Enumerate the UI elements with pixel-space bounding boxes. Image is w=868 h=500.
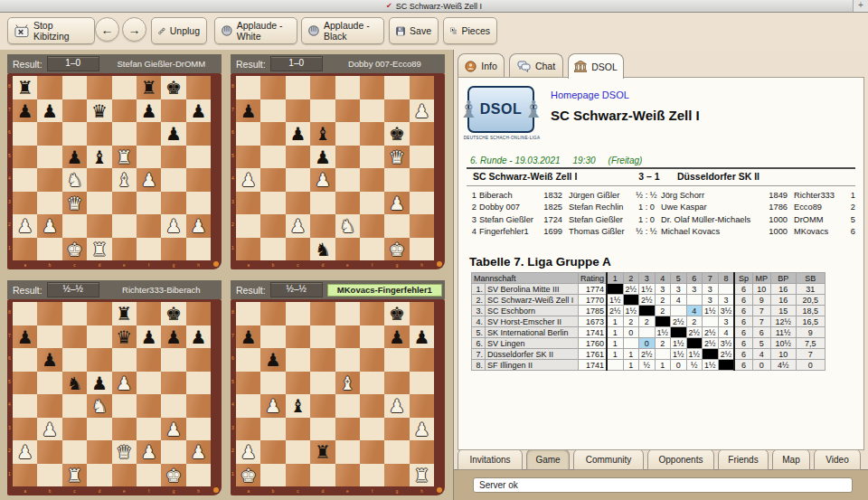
board-square-f3[interactable]: [360, 192, 384, 215]
board-square-h3[interactable]: [410, 192, 434, 215]
board-square-d2[interactable]: [87, 440, 111, 464]
chess-piece-bQ[interactable]: ♛: [87, 99, 111, 123]
chess-piece-wP[interactable]: ♟: [161, 214, 185, 238]
board-square-d3[interactable]: [310, 418, 335, 441]
board-square-d6[interactable]: [87, 122, 111, 146]
save-button[interactable]: Save: [389, 17, 439, 44]
board-square-e2[interactable]: [112, 214, 137, 238]
chess-piece-bK[interactable]: ♚: [161, 302, 185, 325]
chess-piece-bP[interactable]: ♟: [410, 325, 434, 349]
board-square-d3[interactable]: [87, 418, 111, 441]
board-square-a1[interactable]: [236, 238, 260, 261]
chess-piece-wN[interactable]: ♞: [335, 214, 360, 238]
chess-piece-bR[interactable]: ♜: [137, 76, 161, 99]
board-square-e4[interactable]: [335, 394, 360, 418]
chess-piece-wB[interactable]: ♝: [335, 372, 360, 395]
chess-piece-wP[interactable]: ♟: [384, 192, 409, 215]
board-square-g7[interactable]: [161, 99, 185, 123]
bottom-tab-game[interactable]: Game: [526, 448, 570, 470]
board-square-a1[interactable]: [13, 238, 37, 261]
back-button[interactable]: ←: [95, 17, 119, 42]
board-square-h5[interactable]: [410, 372, 434, 395]
board-square-g6[interactable]: [161, 348, 185, 372]
chess-piece-bP[interactable]: ♟: [186, 99, 211, 123]
chess-piece-wP[interactable]: ♟: [161, 418, 185, 441]
board-square-a8[interactable]: [236, 76, 260, 99]
chess-piece-wP[interactable]: ♟: [186, 440, 211, 464]
board-square-b5[interactable]: [37, 372, 61, 395]
board-square-f8[interactable]: [137, 302, 161, 325]
board-square-c2[interactable]: [286, 440, 310, 464]
chess-piece-bK[interactable]: ♚: [384, 302, 409, 325]
board-square-g2[interactable]: [384, 440, 409, 464]
chess-piece-wP[interactable]: ♟: [236, 168, 260, 192]
board-square-c2[interactable]: [62, 214, 87, 238]
board-square-b4[interactable]: [260, 168, 285, 192]
board-square-b6[interactable]: [260, 122, 285, 146]
board-square-e6[interactable]: [335, 348, 360, 372]
board-square-d8[interactable]: [87, 302, 111, 325]
applaude-black-button[interactable]: Applaude - Black: [301, 17, 384, 44]
board-square-h1[interactable]: [186, 464, 211, 487]
board-square-f6[interactable]: [360, 348, 384, 372]
board-square-e6[interactable]: [112, 348, 137, 372]
board-square-c7[interactable]: [62, 99, 87, 123]
board-square-a3[interactable]: [13, 418, 37, 441]
board-square-c5[interactable]: [286, 146, 310, 169]
board-square-c3[interactable]: [286, 418, 310, 441]
chess-piece-bB[interactable]: ♝: [87, 146, 111, 169]
board-square-h4[interactable]: [186, 394, 211, 418]
chess-piece-bP[interactable]: ♟: [13, 325, 37, 349]
board-square-e7[interactable]: [335, 325, 360, 349]
board-square-h6[interactable]: [186, 348, 211, 372]
tab-chat[interactable]: Chat: [509, 53, 563, 78]
board-square-c7[interactable]: [286, 99, 310, 123]
board-square-e6[interactable]: [112, 122, 137, 146]
board-square-e8[interactable]: [112, 76, 137, 99]
board-square-a4[interactable]: [236, 394, 260, 418]
chess-piece-wR[interactable]: ♜: [62, 464, 87, 487]
window-plus-button[interactable]: +: [853, 0, 868, 12]
chess-piece-wP[interactable]: ♟: [384, 394, 409, 418]
board-square-a1[interactable]: [13, 464, 37, 487]
board-square-f4[interactable]: [360, 394, 384, 418]
board-square-g3[interactable]: [161, 192, 185, 215]
board-square-g1[interactable]: [161, 238, 185, 261]
board-square-h4[interactable]: [410, 394, 434, 418]
chess-piece-bQ[interactable]: ♛: [112, 325, 137, 349]
board-square-h6[interactable]: [410, 348, 434, 372]
board-square-f3[interactable]: [137, 418, 161, 441]
chess-piece-wP[interactable]: ♟: [410, 99, 434, 123]
board-square-h8[interactable]: [186, 302, 211, 325]
board-square-h2[interactable]: [410, 214, 434, 238]
board-square-c8[interactable]: [286, 302, 310, 325]
chess-piece-wP[interactable]: ♟: [236, 440, 260, 464]
chess-piece-wP[interactable]: ♟: [260, 394, 285, 418]
chess-piece-bP[interactable]: ♟: [384, 325, 409, 349]
board-square-a6[interactable]: [236, 122, 260, 146]
chess-piece-bP[interactable]: ♟: [236, 99, 260, 123]
board-square-f7[interactable]: [360, 99, 384, 123]
board-square-e3[interactable]: [112, 418, 137, 441]
board-square-b5[interactable]: [260, 146, 285, 169]
board-square-e1[interactable]: [112, 464, 137, 487]
chess-piece-wQ[interactable]: ♛: [62, 192, 87, 215]
board-square-b1[interactable]: [37, 464, 61, 487]
board-square-d8[interactable]: [310, 302, 335, 325]
status-input[interactable]: [473, 477, 853, 493]
board-square-c8[interactable]: [286, 76, 310, 99]
stop-kibitzing-button[interactable]: Stop Kibitzing: [7, 17, 95, 44]
board-square-c8[interactable]: [62, 76, 87, 99]
board-square-g7[interactable]: [384, 99, 409, 123]
game-title[interactable]: Richter333-Biberach: [104, 285, 219, 295]
chess-piece-wP[interactable]: ♟: [186, 214, 211, 238]
board-square-c7[interactable]: [62, 325, 87, 349]
chess-piece-wP[interactable]: ♟: [137, 168, 161, 192]
board-square-e3[interactable]: [112, 192, 137, 215]
board-square-a5[interactable]: [236, 146, 260, 169]
board-square-e4[interactable]: [335, 168, 360, 192]
board-square-d8[interactable]: [87, 76, 111, 99]
board-square-g5[interactable]: [161, 372, 185, 395]
board-square-g1[interactable]: [384, 464, 409, 487]
chess-piece-bK[interactable]: ♚: [384, 122, 409, 146]
